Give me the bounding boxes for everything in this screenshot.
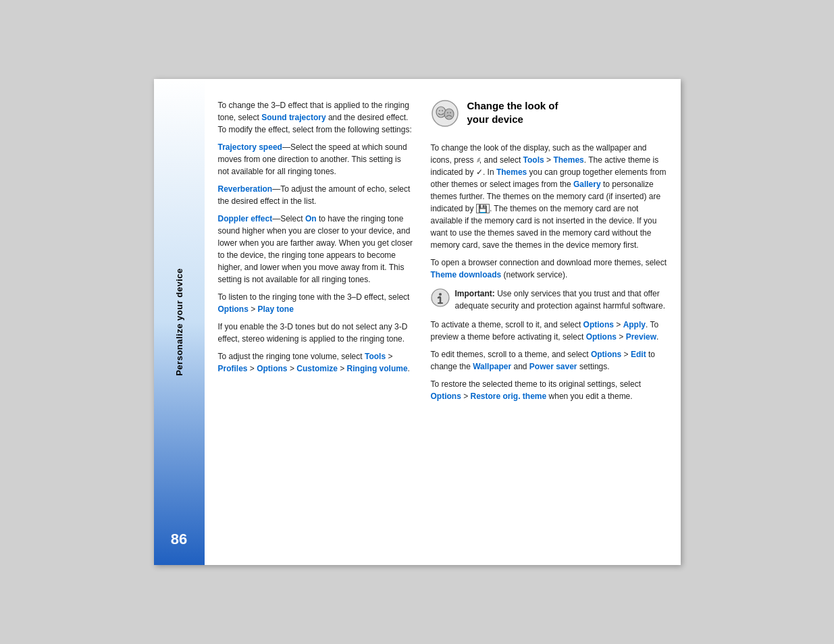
options-link2[interactable]: Options: [257, 364, 287, 373]
sidebar-label: Personalize your device: [174, 268, 184, 376]
checkmark-icon: ✓: [476, 167, 483, 177]
sound-trajectory-link[interactable]: Sound trajectory: [261, 113, 325, 122]
trajectory-speed-term: Trajectory speed: [218, 142, 282, 152]
doppler-term: Doppler effect: [218, 214, 273, 223]
play-tone-link[interactable]: Play tone: [258, 304, 294, 314]
heading-line2: your device: [467, 113, 523, 125]
important-box: Important: Use only services that you tr…: [431, 288, 667, 312]
doppler-on: On: [305, 214, 317, 223]
reverberation-term: Reverberation: [218, 184, 273, 194]
restore-para: To restore the selected theme to its ori…: [431, 378, 667, 402]
reverberation-para: Reverberation—To adjust the amount of ec…: [218, 183, 414, 207]
apply-link[interactable]: Apply: [623, 320, 646, 329]
options-link-r1[interactable]: Options: [583, 320, 614, 329]
activate-para: To activate a theme, scroll to it, and s…: [431, 319, 667, 343]
theater-masks-icon: [431, 99, 459, 128]
page-number: 86: [171, 531, 187, 548]
important-content: Important: Use only services that you tr…: [455, 288, 667, 312]
intro-paragraph: To change the 3–D effect that is applied…: [218, 99, 414, 136]
options-link[interactable]: Options: [218, 304, 249, 314]
doppler-text2: to have the ringing tone sound higher wh…: [218, 214, 413, 284]
themes-link2[interactable]: Themes: [496, 167, 527, 177]
sidebar: Personalize your device 86: [154, 79, 205, 565]
trajectory-speed-para: Trajectory speed—Select the speed at whi…: [218, 141, 414, 178]
stereo-para: If you enable the 3-D tones but do not s…: [218, 321, 414, 345]
power-saver-link[interactable]: Power saver: [529, 362, 577, 371]
right-column: Change the look of your device To change…: [431, 99, 667, 545]
look-para1: To change the look of the display, such …: [431, 142, 667, 251]
options-link-r3[interactable]: Options: [591, 350, 621, 359]
heading: Change the look of your device: [467, 99, 558, 127]
listen-para: To listen to the ringing tone with the 3…: [218, 291, 414, 315]
right-heading: Change the look of your device: [467, 99, 558, 134]
adjust-intro: To adjust the ringing tone volume, selec…: [218, 352, 363, 361]
customize-link[interactable]: Customize: [296, 364, 338, 373]
tools-link[interactable]: Tools: [365, 352, 386, 361]
doppler-para: Doppler effect—Select On to have the rin…: [218, 213, 414, 286]
preview-link[interactable]: Preview: [626, 332, 656, 342]
doppler-text: —Select: [272, 214, 303, 223]
svg-point-3: [442, 110, 443, 111]
adjust-para: To adjust the ringing tone volume, selec…: [218, 350, 414, 375]
profiles-link[interactable]: Profiles: [218, 364, 248, 373]
tools-link-r[interactable]: Tools: [523, 155, 544, 165]
theme-downloads-link[interactable]: Theme downloads: [431, 270, 502, 279]
content: To change the 3–D effect that is applied…: [205, 79, 681, 565]
listen-intro: To listen to the ringing tone with the 3…: [218, 292, 410, 302]
svg-point-6: [450, 112, 451, 113]
options-link-r4[interactable]: Options: [431, 392, 461, 401]
adjust-end: .: [408, 364, 410, 373]
edit-para: To edit themes, scroll to a theme, and s…: [431, 348, 667, 373]
svg-point-5: [447, 112, 448, 113]
options-link-r2[interactable]: Options: [586, 332, 617, 342]
right-header: Change the look of your device: [431, 99, 667, 134]
svg-point-8: [439, 293, 442, 296]
themes-link[interactable]: Themes: [553, 155, 583, 165]
page: Personalize your device 86 To change the…: [154, 79, 681, 565]
download-para: To open a browser connection and downloa…: [431, 257, 667, 281]
heading-line1: Change the look of: [467, 100, 558, 111]
svg-point-2: [439, 110, 440, 111]
restore-link[interactable]: Restore orig. theme: [471, 392, 547, 401]
svg-point-4: [444, 109, 454, 119]
left-column: To change the 3–D effect that is applied…: [218, 99, 414, 545]
ringing-volume-link[interactable]: Ringing volume: [347, 364, 408, 373]
memory-card-icon: 💾: [476, 204, 490, 213]
menu-key-icon: ♯: [476, 156, 479, 164]
important-label: Important:: [455, 289, 495, 298]
important-icon: [431, 288, 450, 307]
listen-sep: >: [251, 304, 257, 314]
wallpaper-link[interactable]: Wallpaper: [473, 362, 511, 371]
edit-link[interactable]: Edit: [631, 350, 646, 359]
gallery-link[interactable]: Gallery: [573, 180, 601, 189]
